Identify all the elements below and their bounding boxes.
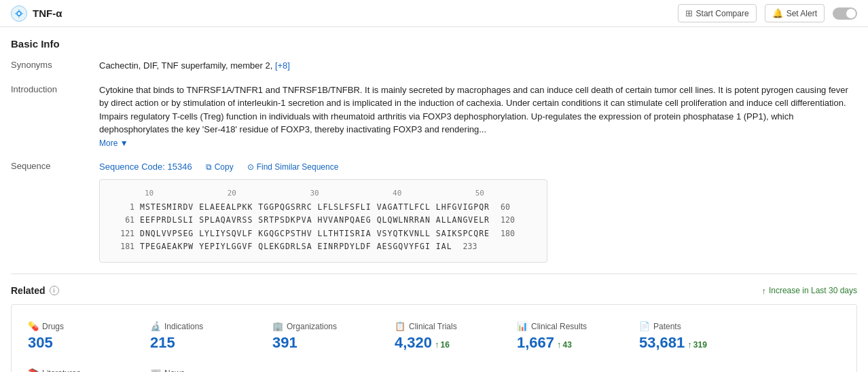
sequence-label: Sequence	[11, 160, 99, 171]
card-value: 4,320↑16	[395, 334, 501, 352]
molecule-icon	[11, 5, 27, 22]
related-card[interactable]: 📋 Clinical Trials 4,320↑16	[389, 316, 511, 362]
card-label-text: News	[164, 369, 185, 373]
card-label: 📋 Clinical Trials	[395, 321, 501, 331]
related-info-icon: i	[50, 286, 59, 295]
seq-num-right: 120	[501, 215, 524, 226]
seq-text: DNQLVVPSEG LYLIYSQVLF KGQGCPSTHV LLTHTIS…	[140, 228, 490, 240]
seq-text: TPEGAEAKPW YEPIYLGGVF QLEKGDRLSA EINRPDY…	[140, 241, 452, 253]
card-icon: 🏢	[272, 321, 283, 331]
sequence-line: 1 MSTESMIRDV ELAEEALPKK TGGPQGSRRC LFLSL…	[111, 202, 536, 213]
card-icon: 📊	[517, 321, 528, 331]
sequence-box: 10 20 30 40 50 1 MSTESMIRDV ELAEEALPKK T…	[99, 179, 547, 263]
seq-num-left: 61	[111, 215, 134, 226]
sequence-line: 181 TPEGAEAKPW YEPIYLGGVF QLEKGDRLSA EIN…	[111, 241, 536, 253]
introduction-label: Introduction	[11, 83, 99, 94]
alert-icon: 🔔	[772, 8, 783, 18]
seq-num-left: 181	[111, 241, 134, 253]
related-cards: 💊 Drugs 305 🔬 Indications 215 🏢 Organiza…	[11, 304, 857, 372]
synonyms-value: Cachectin, DIF, TNF superfamily, member …	[99, 59, 857, 73]
related-card[interactable]: 🏢 Organizations 391	[267, 316, 389, 362]
sequence-line: 61 EEFPRDLSLI SPLAQAVRSS SRTPSDKPVA HVVA…	[111, 215, 536, 226]
sequence-line: 121 DNQLVVPSEG LYLIYSQVLF KGQGCPSTHV LLT…	[111, 228, 536, 240]
increase-arrow-icon: ↑	[761, 286, 766, 296]
seq-num-right: 180	[501, 228, 524, 240]
card-value: 305	[28, 334, 134, 352]
header-actions: ⊞ Start Compare 🔔 Set Alert	[678, 4, 857, 22]
synonyms-row: Synonyms Cachectin, DIF, TNF superfamily…	[11, 59, 857, 73]
card-label: 🔬 Indications	[150, 321, 256, 331]
compare-icon: ⊞	[685, 8, 693, 18]
main-content: Basic Info Synonyms Cachectin, DIF, TNF …	[0, 27, 868, 372]
header-left: TNF-α	[11, 5, 62, 22]
card-delta: ↑43	[557, 339, 572, 350]
page-title: TNF-α	[33, 7, 62, 19]
related-header: Related i ↑ Increase in Last 30 days	[11, 285, 857, 296]
seq-text: MSTESMIRDV ELAEEALPKK TGGPQGSRRC LFLSLFS…	[140, 202, 490, 213]
sequence-value: Sequence Code: 15346 ⧉ Copy ⊙ Find Simil…	[99, 160, 857, 263]
delta-arrow-icon: ↑	[557, 339, 562, 350]
related-card[interactable]: 🔬 Indications 215	[145, 316, 267, 362]
start-compare-button[interactable]: ⊞ Start Compare	[678, 4, 757, 22]
card-icon: 💊	[28, 321, 39, 331]
increase-label: ↑ Increase in Last 30 days	[761, 286, 857, 296]
introduction-row: Introduction Cytokine that binds to TNFR…	[11, 83, 857, 150]
card-label: 📰 News	[150, 368, 256, 372]
card-icon: 📰	[150, 368, 161, 372]
alert-toggle[interactable]	[833, 7, 857, 20]
introduction-text: Cytokine that binds to TNFRSF1A/TNFR1 an…	[99, 83, 857, 136]
header: TNF-α ⊞ Start Compare 🔔 Set Alert	[0, 0, 868, 27]
card-label-text: Patents	[653, 322, 681, 331]
related-card[interactable]: 📄 Patents 53,681↑319	[634, 316, 756, 362]
svg-point-0	[17, 12, 21, 16]
sequence-code-link[interactable]: Sequence Code: 15346	[99, 160, 192, 174]
copy-icon: ⧉	[206, 162, 212, 172]
set-alert-button[interactable]: 🔔 Set Alert	[765, 4, 825, 22]
card-delta: ↑16	[435, 339, 450, 350]
card-label-text: Literatures	[42, 369, 81, 373]
sequence-lines: 1 MSTESMIRDV ELAEEALPKK TGGPQGSRRC LFLSL…	[111, 202, 536, 253]
card-label: 📚 Literatures	[28, 368, 134, 372]
sequence-row: Sequence Sequence Code: 15346 ⧉ Copy ⊙ F…	[11, 160, 857, 263]
sequence-header: Sequence Code: 15346 ⧉ Copy ⊙ Find Simil…	[99, 160, 857, 174]
card-icon: 🔬	[150, 321, 161, 331]
card-value: 215	[150, 334, 256, 352]
card-label-text: Organizations	[287, 322, 337, 331]
card-label-text: Drugs	[42, 322, 64, 331]
basic-info-title: Basic Info	[11, 38, 857, 50]
related-title: Related i	[11, 285, 59, 296]
find-similar-icon: ⊙	[247, 162, 254, 172]
card-value: 1,667↑43	[517, 334, 623, 352]
seq-num-right: 60	[501, 202, 524, 213]
related-card[interactable]: 📊 Clinical Results 1,667↑43	[511, 316, 634, 362]
card-label: 🏢 Organizations	[272, 321, 378, 331]
card-icon: 📚	[28, 368, 39, 372]
card-label: 📊 Clinical Results	[517, 321, 623, 331]
card-value: 53,681↑319	[639, 334, 745, 352]
find-similar-button[interactable]: ⊙ Find Similar Sequence	[247, 162, 339, 172]
card-delta: ↑319	[687, 339, 707, 350]
card-label-text: Clinical Trials	[409, 322, 457, 331]
card-label: 📄 Patents	[639, 321, 745, 331]
copy-button[interactable]: ⧉ Copy	[206, 162, 234, 172]
introduction-value: Cytokine that binds to TNFRSF1A/TNFR1 an…	[99, 83, 857, 150]
synonyms-label: Synonyms	[11, 59, 99, 70]
card-label-text: Clinical Results	[531, 322, 587, 331]
related-card[interactable]: 📰 News 548↑17	[145, 362, 267, 372]
card-icon: 📄	[639, 321, 650, 331]
related-card[interactable]: 💊 Drugs 305	[22, 316, 145, 362]
related-card[interactable]: 📚 Literatures 216,492	[22, 362, 145, 372]
card-value: 391	[272, 334, 378, 352]
divider	[11, 274, 857, 274]
sequence-ruler: 10 20 30 40 50	[111, 188, 491, 200]
introduction-more-link[interactable]: More ▼	[99, 138, 128, 148]
card-icon: 📋	[395, 321, 405, 331]
delta-arrow-icon: ↑	[687, 339, 692, 350]
synonyms-more-link[interactable]: [+8]	[275, 60, 290, 71]
seq-num-right: 233	[463, 241, 487, 253]
card-label: 💊 Drugs	[28, 321, 134, 331]
delta-arrow-icon: ↑	[435, 339, 439, 350]
seq-num-left: 121	[111, 228, 134, 240]
seq-num-left: 1	[111, 202, 134, 213]
seq-text: EEFPRDLSLI SPLAQAVRSS SRTPSDKPVA HVVANPQ…	[140, 215, 490, 226]
